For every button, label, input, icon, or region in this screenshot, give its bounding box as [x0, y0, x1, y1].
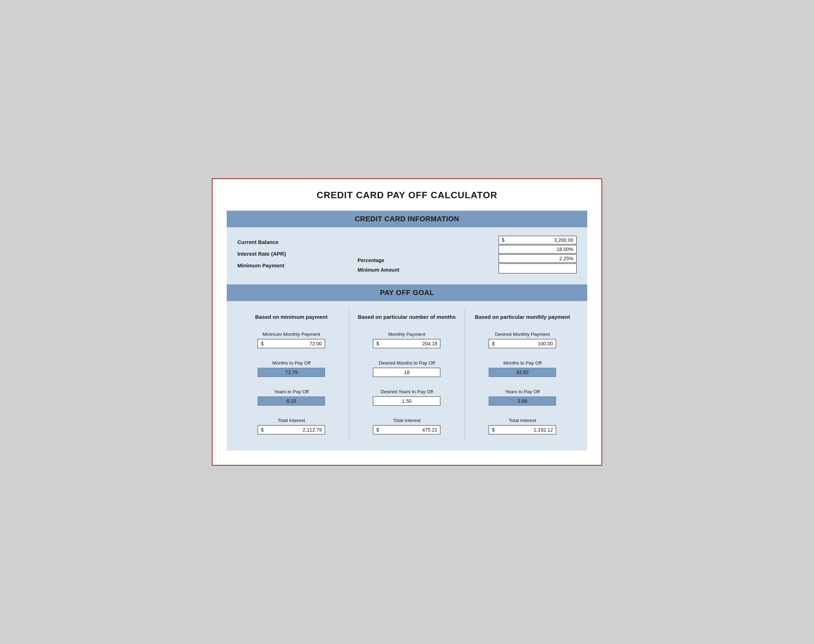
col3-years-value: 3.66 [488, 397, 556, 406]
dollar-sign-icon: $ [502, 237, 505, 243]
info-labels: Current Balance Interest Rate (APR) Mini… [237, 236, 350, 270]
col3-interest-group: Total Interest $ 1,192.12 [470, 418, 575, 434]
col3-payment-field[interactable]: $ 100.00 [488, 339, 556, 348]
col3-interest-field: $ 1,192.12 [488, 425, 556, 434]
col1-payment-value: 72.00 [266, 341, 322, 347]
col1-years-value: 6.15 [258, 397, 325, 406]
col3-months-value: 43.92 [488, 368, 556, 377]
col3-interest-value: 1,192.12 [497, 427, 553, 432]
calculator-container: CREDIT CARD PAY OFF CALCULATOR CREDIT CA… [212, 178, 602, 466]
minimum-payment-label: Minimum Payment [237, 261, 350, 270]
payoff-columns: Based on minimum payment Minimum Monthly… [227, 301, 587, 451]
payoff-col-1: Based on minimum payment Minimum Monthly… [234, 308, 349, 440]
col1-payment-field[interactable]: $ 72.00 [258, 339, 325, 348]
col2-interest-value: 475.21 [381, 427, 437, 432]
col3-months-group: Months to Pay Off 43.92 [470, 360, 575, 377]
credit-info-grid: Current Balance Interest Rate (APR) Mini… [237, 236, 577, 274]
payoff-col-2: Based on particular number of months Mon… [349, 308, 464, 440]
col2-payment-field[interactable]: $ 204.18 [373, 339, 440, 348]
payoff-section: PAY OFF GOAL Based on minimum payment Mi… [227, 284, 587, 451]
col2-months-group: Desired Months to Pay Off 18 [355, 360, 459, 377]
credit-info-section: Current Balance Interest Rate (APR) Mini… [227, 227, 587, 284]
interest-rate-label: Interest Rate (APR) [237, 249, 350, 259]
col1-payment-group: Minimum Monthly Payment $ 72.00 [239, 331, 344, 348]
col2-interest-label: Total Interest [393, 418, 421, 423]
col1-interest-dollar-icon: $ [261, 427, 264, 432]
col2-months-value[interactable]: 18 [373, 368, 440, 377]
col3-years-group: Years to Pay Off 3.66 [470, 389, 575, 406]
col3-months-label: Months to Pay Off [503, 360, 542, 366]
col1-months-label: Months to Pay Off [272, 360, 310, 366]
col1-interest-field: $ 2,112.79 [258, 425, 325, 434]
percentage-label: Percentage [358, 256, 464, 265]
col2-years-group: Desired Years to Pay Off 1.50 [355, 389, 459, 406]
col3-payment-value: 100.00 [497, 341, 553, 347]
col2-months-label: Desired Months to Pay Off [379, 360, 435, 366]
col3-payment-group: Desired Monthly Payment $ 100.00 [470, 331, 575, 348]
col2-years-value: 1.50 [373, 397, 440, 406]
col3-payment-label: Desired Monthly Payment [495, 331, 550, 337]
col3-years-label: Years to Pay Off [505, 389, 540, 394]
col1-months-group: Months to Pay Off 73.79 [239, 360, 344, 377]
col2-payment-label: Monthly Payment [388, 331, 425, 337]
minimum-payment-pct-value: 2.25% [502, 256, 573, 261]
current-balance-value: 3,200.00 [507, 237, 573, 243]
col1-interest-group: Total Interest $ 2,112.79 [239, 418, 344, 434]
interest-rate-field[interactable]: 18.00% [499, 245, 577, 253]
info-middle: Percentage Minimum Amount [350, 236, 464, 274]
col2-interest-field: $ 475.21 [373, 425, 440, 434]
col1-title: Based on minimum payment [255, 308, 327, 325]
col2-payment-group: Monthly Payment $ 204.18 [355, 331, 459, 348]
minimum-payment-pct-field[interactable]: 2.25% [499, 254, 577, 263]
current-balance-field[interactable]: $ 3,200.00 [499, 236, 577, 244]
col1-dollar-icon: $ [261, 341, 264, 347]
col3-interest-dollar-icon: $ [492, 427, 495, 432]
col3-interest-label: Total Interest [509, 418, 536, 423]
col1-years-label: Years to Pay Off [274, 389, 309, 394]
col3-dollar-icon: $ [492, 341, 495, 347]
current-balance-label: Current Balance [237, 237, 350, 247]
col2-years-label: Desired Years to Pay Off [381, 389, 433, 394]
interest-rate-value: 18.00% [502, 247, 573, 252]
col2-dollar-icon: $ [376, 341, 379, 347]
col1-interest-value: 2,112.79 [266, 427, 322, 432]
payoff-header: PAY OFF GOAL [227, 284, 587, 301]
minimum-amount-field[interactable] [499, 264, 577, 273]
col1-payment-label: Minimum Monthly Payment [263, 331, 320, 337]
col2-interest-dollar-icon: $ [376, 427, 379, 432]
credit-info-header: CREDIT CARD INFORMATION [227, 211, 587, 227]
payoff-col-3: Based on particular monthly payment Desi… [465, 308, 580, 440]
col1-months-value: 73.79 [258, 368, 325, 377]
col1-years-group: Years to Pay Off 6.15 [239, 389, 344, 406]
minimum-amount-label: Minimum Amount [358, 265, 464, 275]
info-inputs: $ 3,200.00 18.00% 2.25% [464, 236, 577, 274]
col2-payment-value: 204.18 [381, 341, 437, 347]
col3-title: Based on particular monthly payment [475, 308, 570, 325]
col1-interest-label: Total Interest [278, 418, 305, 423]
main-title: CREDIT CARD PAY OFF CALCULATOR [227, 190, 587, 201]
col2-interest-group: Total Interest $ 475.21 [355, 418, 459, 434]
col2-title: Based on particular number of months [358, 308, 456, 325]
